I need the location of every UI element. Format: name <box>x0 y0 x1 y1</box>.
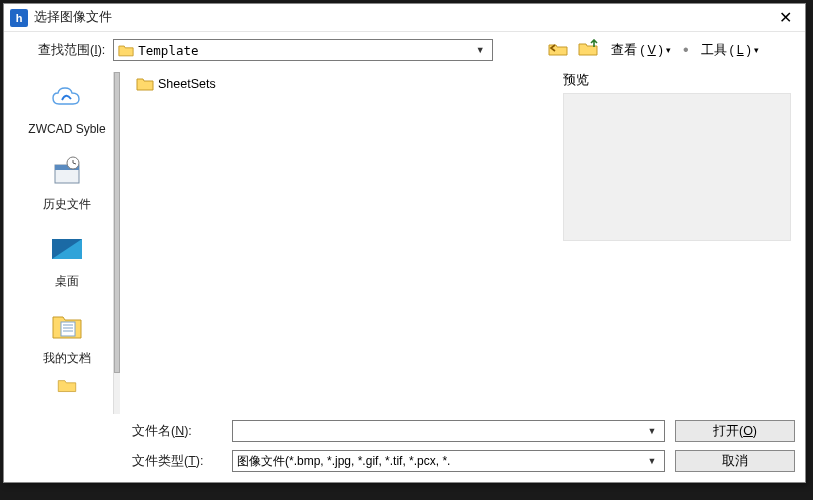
up-one-level-button[interactable] <box>577 39 599 61</box>
lookin-value: Template <box>138 43 468 58</box>
documents-folder-icon <box>49 308 85 344</box>
preview-box <box>563 93 791 241</box>
cloud-icon <box>49 80 85 116</box>
filename-label: 文件名(N): <box>132 423 222 440</box>
folder-icon <box>118 44 134 57</box>
chevron-down-icon: ▼ <box>644 451 660 471</box>
history-icon <box>49 154 85 190</box>
scrollbar-thumb[interactable] <box>114 72 120 373</box>
sidebar-scrollbar[interactable] <box>113 72 120 414</box>
lookin-label: 查找范围(I): <box>38 42 105 59</box>
close-button[interactable]: ✕ <box>771 6 799 30</box>
bottom-bar: 文件名(N): ▼ 打开(O) 文件类型(T): 图像文件(*.bmp, *.j… <box>4 420 805 482</box>
file-dialog: h 选择图像文件 ✕ 查找范围(I): Template ▼ 查看(V)▾ • <box>3 3 806 483</box>
toolbar-icons: 查看(V)▾ • 工具(L)▾ <box>547 39 763 61</box>
file-list[interactable]: SheetSets <box>132 72 551 408</box>
chevron-down-icon: ▾ <box>754 45 759 55</box>
chevron-down-icon: ▼ <box>472 40 488 60</box>
sidebar-item-zwcad-syble[interactable]: ZWCAD Syble <box>21 72 113 146</box>
dialog-body: ZWCAD Syble 历史文件 桌面 我的文档 <box>4 66 805 420</box>
places-sidebar: ZWCAD Syble 历史文件 桌面 我的文档 <box>14 66 120 414</box>
open-button[interactable]: 打开(O) <box>675 420 795 442</box>
filename-combo[interactable]: ▼ <box>232 420 665 442</box>
sidebar-item-desktop[interactable]: 桌面 <box>21 223 113 300</box>
file-area: SheetSets <box>120 66 555 414</box>
toolbar: 查找范围(I): Template ▼ 查看(V)▾ • 工具(L)▾ <box>4 32 805 66</box>
preview-pane: 预览 <box>555 66 795 414</box>
svg-rect-5 <box>61 322 75 336</box>
lookin-combo[interactable]: Template ▼ <box>113 39 493 61</box>
filetype-value: 图像文件(*.bmp, *.jpg, *.gif, *.tif, *.pcx, … <box>237 453 644 470</box>
preview-label: 预览 <box>563 72 791 89</box>
desktop-icon <box>49 231 85 267</box>
cancel-button[interactable]: 取消 <box>675 450 795 472</box>
tools-menu[interactable]: 工具(L)▾ <box>697 40 763 61</box>
window-title: 选择图像文件 <box>34 9 771 26</box>
folder-icon <box>136 77 154 91</box>
list-item-name: SheetSets <box>158 77 216 91</box>
folder-icon <box>49 377 85 393</box>
sidebar-item-extra[interactable] <box>21 377 113 409</box>
sidebar-item-documents[interactable]: 我的文档 <box>21 300 113 377</box>
filetype-combo[interactable]: 图像文件(*.bmp, *.jpg, *.gif, *.tif, *.pcx, … <box>232 450 665 472</box>
titlebar: h 选择图像文件 ✕ <box>4 4 805 32</box>
view-menu[interactable]: 查看(V)▾ <box>607 40 675 61</box>
filetype-label: 文件类型(T): <box>132 453 222 470</box>
back-button[interactable] <box>547 39 569 61</box>
chevron-down-icon: ▾ <box>666 45 671 55</box>
app-icon: h <box>10 9 28 27</box>
list-item[interactable]: SheetSets <box>134 74 549 94</box>
chevron-down-icon: ▼ <box>644 421 660 441</box>
sidebar-item-history[interactable]: 历史文件 <box>21 146 113 223</box>
